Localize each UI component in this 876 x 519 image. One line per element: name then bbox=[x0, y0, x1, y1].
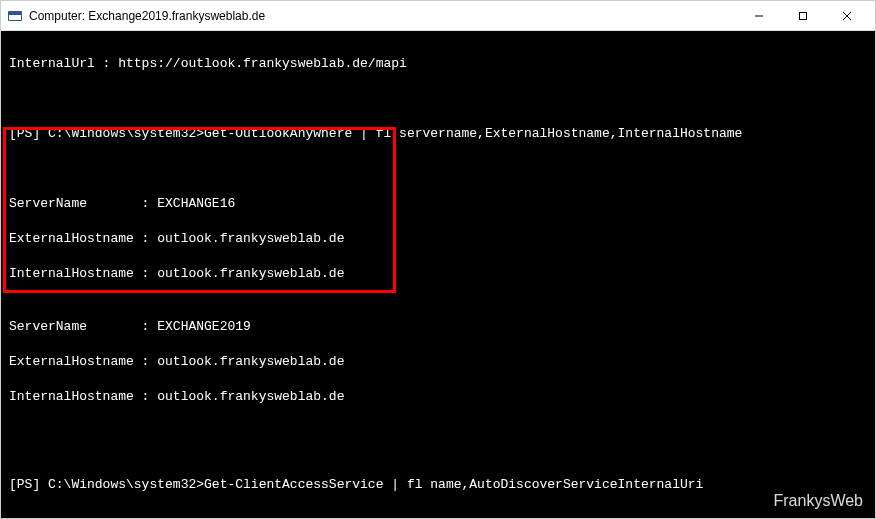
cmd-args: | fl name,AutoDiscoverServiceInternalUri bbox=[383, 477, 703, 492]
maximize-button[interactable] bbox=[781, 2, 825, 30]
output-line: InternalHostname : outlook.frankysweblab… bbox=[9, 265, 867, 283]
output-line: ExternalHostname : outlook.frankysweblab… bbox=[9, 353, 867, 371]
cmdlet: Get-ClientAccessService bbox=[204, 477, 383, 492]
output-line: InternalUrl : https://outlook.frankysweb… bbox=[9, 55, 867, 73]
cmd-args: | fl servername,ExternalHostname,Interna… bbox=[352, 126, 742, 141]
output-line: ServerName : EXCHANGE16 bbox=[9, 195, 867, 213]
close-button[interactable] bbox=[825, 2, 869, 30]
window-title: Computer: Exchange2019.frankysweblab.de bbox=[29, 9, 737, 23]
cmdlet: Get-OutlookAnywhere bbox=[204, 126, 352, 141]
output-line: ServerName : EXCHANGE2019 bbox=[9, 318, 867, 336]
svg-rect-4 bbox=[800, 12, 807, 19]
output-line: ExternalHostname : outlook.frankysweblab… bbox=[9, 230, 867, 248]
window-controls bbox=[737, 2, 869, 30]
title-bar[interactable]: Computer: Exchange2019.frankysweblab.de bbox=[1, 1, 875, 31]
watermark: FrankysWeb bbox=[773, 490, 863, 512]
output-line: InternalHostname : outlook.frankysweblab… bbox=[9, 388, 867, 406]
svg-rect-2 bbox=[9, 13, 21, 15]
terminal-area[interactable]: InternalUrl : https://outlook.frankysweb… bbox=[1, 31, 875, 518]
command-line: [PS] C:\Windows\system32>Get-OutlookAnyw… bbox=[9, 125, 867, 143]
prompt: [PS] C:\Windows\system32> bbox=[9, 126, 204, 141]
minimize-button[interactable] bbox=[737, 2, 781, 30]
prompt: [PS] C:\Windows\system32> bbox=[9, 477, 204, 492]
app-icon bbox=[7, 8, 23, 24]
command-line: [PS] C:\Windows\system32>Get-ClientAcces… bbox=[9, 476, 867, 494]
